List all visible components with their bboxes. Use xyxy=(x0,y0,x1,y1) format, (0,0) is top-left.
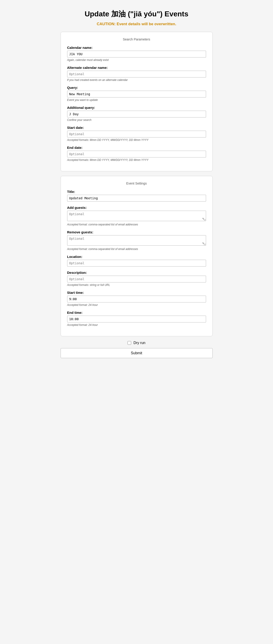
remove-guests-input[interactable] xyxy=(67,235,206,246)
location-label: Location: xyxy=(67,255,206,258)
start-date-input[interactable] xyxy=(67,131,206,138)
start-date-label: Start date: xyxy=(67,126,206,130)
dry-run-label: Dry run xyxy=(133,341,145,345)
start-time-group: Start time: Accepted format: 24-hour xyxy=(67,291,206,306)
remove-guests-label: Remove guests: xyxy=(67,230,206,234)
add-guests-label: Add guests: xyxy=(67,206,206,210)
event-settings-legend: Event Settings xyxy=(67,182,206,185)
page-title: Update 加油 ("jiā yóu") Events xyxy=(61,9,213,19)
end-date-label: End date: xyxy=(67,146,206,150)
alternate-calendar-name-group: Alternate calendar name: If you had crea… xyxy=(67,66,206,82)
query-hint: Event you want to update xyxy=(67,98,206,102)
event-settings-section: Event Settings Title: Add guests: ✎ Acce… xyxy=(61,176,213,336)
description-label: Description: xyxy=(67,271,206,274)
additional-query-input[interactable] xyxy=(67,111,206,118)
end-time-hint: Accepted format: 24-hour xyxy=(67,323,206,326)
end-date-input[interactable] xyxy=(67,151,206,158)
additional-query-hint: Confine your search xyxy=(67,118,206,122)
calendar-name-group: Calendar name: Again, calendar must alre… xyxy=(67,46,206,62)
title-label: Title: xyxy=(67,190,206,194)
additional-query-label: Additional query: xyxy=(67,106,206,110)
dry-run-checkbox[interactable] xyxy=(128,341,131,345)
additional-query-group: Additional query: Confine your search xyxy=(67,106,206,122)
description-group: Description: Accepted formats: string or… xyxy=(67,271,206,286)
page-container: Update 加油 ("jiā yóu") Events CAUTION: Ev… xyxy=(61,4,213,640)
query-input[interactable] xyxy=(67,91,206,98)
search-parameters-section: Search Parameters Calendar name: Again, … xyxy=(61,32,213,171)
description-hint: Accepted formats: string or full URL xyxy=(67,283,206,286)
remove-guests-group: Remove guests: ✎ Accepted format: comma-… xyxy=(67,230,206,251)
alternate-calendar-name-label: Alternate calendar name: xyxy=(67,66,206,70)
add-guests-hint: Accepted format: comma-separated list of… xyxy=(67,223,206,226)
add-guests-input[interactable] xyxy=(67,211,206,221)
calendar-name-label: Calendar name: xyxy=(67,46,206,50)
alternate-calendar-name-input[interactable] xyxy=(67,71,206,78)
end-date-group: End date: Accepted formats: Mmm DD YYYY,… xyxy=(67,146,206,162)
caution-text: CAUTION: Event details will be overwritt… xyxy=(61,22,213,26)
title-group: Title: xyxy=(67,190,206,202)
title-input[interactable] xyxy=(67,195,206,202)
start-time-label: Start time: xyxy=(67,291,206,294)
end-date-hint: Accepted formats: Mmm DD YYYY, MM/DD/YYY… xyxy=(67,158,206,162)
start-time-input[interactable] xyxy=(67,296,206,302)
search-parameters-legend: Search Parameters xyxy=(67,38,206,41)
location-group: Location: xyxy=(67,255,206,266)
start-date-group: Start date: Accepted formats: Mmm DD YYY… xyxy=(67,126,206,142)
calendar-name-input[interactable] xyxy=(67,51,206,58)
alternate-calendar-name-hint: If you had created events on an alternat… xyxy=(67,78,206,82)
query-label: Query: xyxy=(67,86,206,90)
remove-guests-hint: Accepted format: comma-separated list of… xyxy=(67,248,206,251)
location-input[interactable] xyxy=(67,260,206,266)
start-date-hint: Accepted formats: Mmm DD YYYY, MM/DD/YYY… xyxy=(67,138,206,142)
query-group: Query: Event you want to update xyxy=(67,86,206,102)
remove-guests-wrapper: ✎ xyxy=(67,235,206,246)
calendar-name-hint: Again, calendar must already exist xyxy=(67,58,206,62)
submit-button[interactable]: Submit xyxy=(61,348,213,358)
dry-run-row: Dry run xyxy=(61,341,213,345)
add-guests-group: Add guests: ✎ Accepted format: comma-sep… xyxy=(67,206,206,226)
add-guests-wrapper: ✎ xyxy=(67,211,206,222)
remove-guests-edit-icon: ✎ xyxy=(202,242,205,245)
end-time-input[interactable] xyxy=(67,316,206,322)
end-time-group: End time: Accepted format: 24-hour xyxy=(67,311,206,326)
start-time-hint: Accepted format: 24-hour xyxy=(67,303,206,306)
description-input[interactable] xyxy=(67,276,206,282)
add-guests-edit-icon: ✎ xyxy=(202,217,205,221)
end-time-label: End time: xyxy=(67,311,206,314)
